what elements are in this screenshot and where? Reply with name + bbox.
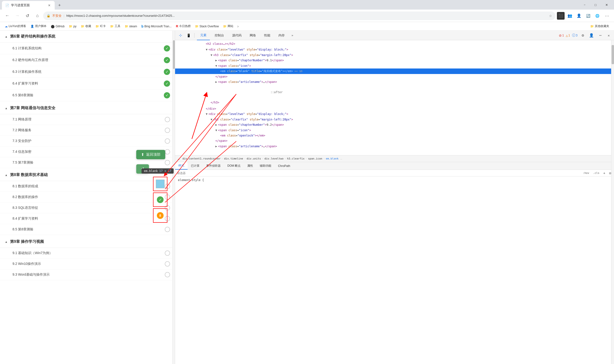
styles-filter-input[interactable]: [177, 171, 580, 175]
lesson-9-3[interactable]: 9.3 Word基础与操作演示: [0, 269, 175, 280]
html-tree[interactable]: <h2 class=…></h2> ▼ <div class="leveltwo…: [175, 40, 614, 155]
lesson-6-1[interactable]: 6.1 计算机系统结构 ✓: [0, 43, 175, 54]
styles-tab-props[interactable]: 属性: [244, 162, 256, 169]
device-toolbar-button[interactable]: 📱: [185, 32, 192, 39]
devtools-scrollbar[interactable]: [611, 40, 614, 364]
error-badge[interactable]: ⊘ 1: [559, 34, 564, 37]
scrollbar-thumb[interactable]: [173, 40, 175, 69]
lesson-6-2[interactable]: 6.2 硬件结构与工作原理 ✓: [0, 54, 175, 66]
extension-icon-1[interactable]: ⬛: [557, 12, 565, 20]
lesson-7-2[interactable]: 7.2 网络服务: [0, 125, 175, 136]
forward-button[interactable]: →: [13, 12, 22, 20]
lesson-6-5[interactable]: 6.5 第6章测验 ✓: [0, 90, 175, 101]
html-line-11[interactable]: </h3>: [175, 100, 614, 105]
minimize-button[interactable]: －: [579, 1, 590, 9]
back-button[interactable]: ←: [3, 12, 12, 20]
bookmark-collect[interactable]: 📁 收藏: [79, 23, 93, 29]
tab-close-icon[interactable]: ✕: [47, 3, 51, 7]
breadcrumb-item-5[interactable]: h3.clearfix: [286, 157, 306, 161]
lesson-6-4[interactable]: 6.4 扩展学习资料 ✓: [0, 78, 175, 90]
left-panel-scrollbar[interactable]: [172, 31, 175, 364]
devtools-scrollbar-thumb[interactable]: [612, 45, 614, 64]
html-line-3[interactable]: ▼ <div class="leveltwo" style="display: …: [175, 47, 614, 52]
devtools-tab-performance[interactable]: 性能: [261, 31, 274, 40]
warning-badge[interactable]: △ 1: [566, 34, 570, 37]
devtools-tab-more[interactable]: »: [290, 31, 295, 40]
cls-button[interactable]: .cls: [592, 171, 600, 175]
settings-button[interactable]: ⚙: [579, 32, 586, 39]
devtools-tab-memory[interactable]: 内存: [275, 31, 288, 40]
url-display[interactable]: https://mooc1-2.chaoxing.com/mycourse/st…: [66, 14, 547, 17]
lesson-8-5[interactable]: 8.5 第8章测验: [0, 224, 175, 235]
html-line-7-selected[interactable]: <em class="blank" title="闯关模式发布"></em> =…: [175, 68, 614, 74]
bookmark-py[interactable]: 📁 py: [67, 24, 78, 29]
bookmark-userscript[interactable]: 👤 用户脚本: [28, 23, 48, 29]
devtools-tab-network[interactable]: 网络: [246, 31, 259, 40]
bookmark-star-icon[interactable]: ☆: [549, 14, 552, 18]
styles-tab-dom[interactable]: DOM 断点: [224, 162, 244, 169]
styles-tab-event[interactable]: 事件侦听器: [203, 162, 224, 169]
chapter-6-header[interactable]: ▲ 第6章 硬件结构和操作系统: [0, 31, 175, 43]
maximize-button[interactable]: □: [590, 1, 601, 9]
devtools-user-button[interactable]: 👤: [588, 32, 595, 39]
extension-icon-5[interactable]: 🌐: [593, 12, 601, 20]
active-tab[interactable]: 📄 学习进度页面 ✕: [2, 1, 55, 10]
lesson-8-1[interactable]: 8.1 数据库的组成: [0, 181, 175, 192]
html-line-19[interactable]: <em class="openlock"></em>: [175, 133, 614, 138]
inspect-element-button[interactable]: ⊹: [177, 32, 184, 39]
back-to-top-button[interactable]: ⬆ 返回顶部: [136, 150, 165, 159]
lesson-8-4[interactable]: 8.4 扩展学习资料: [0, 213, 175, 224]
bookmark-bing[interactable]: b Bing Microsoft Tran...: [139, 24, 173, 29]
devtools-tab-elements[interactable]: 元素: [197, 31, 210, 40]
close-window-button[interactable]: ✕: [601, 1, 612, 9]
breadcrumb-item-4[interactable]: div.leveltwo: [264, 157, 284, 161]
extension-icon-3[interactable]: 👤: [575, 12, 583, 20]
html-line-22[interactable]: ::after: [175, 149, 614, 155]
html-line-10[interactable]: ::after: [175, 85, 614, 100]
lesson-8-2[interactable]: 8.2 数据库的操作: [0, 192, 175, 203]
html-line-9[interactable]: ▶ <span class="articlename">…</span>: [175, 79, 614, 85]
address-bar[interactable]: 🔒 不安全 | https://mooc1-2.chaoxing.com/myc…: [43, 12, 556, 20]
breadcrumb-item-3[interactable]: div.units: [246, 157, 262, 161]
bookmark-hot[interactable]: R 今日热榜: [174, 23, 192, 29]
hov-button[interactable]: :hov: [582, 171, 590, 175]
devtools-tab-source[interactable]: 源代码: [229, 31, 245, 40]
styles-tab-chromepath[interactable]: ChroPath: [275, 162, 293, 169]
breadcrumb-item-2[interactable]: div.timeline: [223, 157, 244, 161]
html-line-17[interactable]: ▶ <span class="chapterNumber">9.2</span>: [175, 122, 614, 127]
more-button[interactable]: ⋯: [602, 12, 611, 20]
html-line-20[interactable]: </span>: [175, 138, 614, 143]
bookmark-web[interactable]: 📁 网站: [221, 23, 235, 29]
bookmark-stackoverflow[interactable]: 📁 Stack Overflow: [193, 24, 221, 29]
styles-tab-styles[interactable]: 样式: [175, 162, 188, 169]
extension-icon-4[interactable]: 🔄: [584, 12, 592, 20]
lesson-8-3[interactable]: 8.3 SQL语言特征: [0, 203, 175, 213]
html-line-21[interactable]: ▶ <span class="articlename">…</span>: [175, 144, 614, 149]
breadcrumb-item-7[interactable]: em.blank: [325, 157, 339, 161]
html-line-4[interactable]: ▼ <h3 class="clearfix" style="margin-lef…: [175, 52, 614, 58]
lesson-6-3[interactable]: 6.3 计算机操作系统 ✓: [0, 66, 175, 78]
html-line-6[interactable]: ▼ <span class="icon">: [175, 63, 614, 68]
bookmark-ic[interactable]: 📁 IC卡: [94, 23, 108, 29]
devtools-close-button[interactable]: ✕: [605, 32, 612, 39]
bookmark-tools[interactable]: 📁 工具: [108, 23, 122, 29]
bookmarks-more-button[interactable]: ›: [236, 23, 240, 29]
breadcrumb-ellipsis[interactable]: …: [177, 157, 181, 161]
html-line-8[interactable]: </span>: [175, 74, 614, 79]
html-line-1[interactable]: <h2 class=…></h2>: [175, 41, 614, 46]
devtools-tab-console[interactable]: 控制台: [211, 31, 227, 40]
lesson-9-2[interactable]: 9.2 Win10操作演示: [0, 259, 175, 269]
styles-tab-a11y[interactable]: 辅助功能: [256, 162, 275, 169]
extension-icon-2[interactable]: 👥: [566, 12, 574, 20]
bookmark-github[interactable]: ⬤ GitHub: [49, 24, 67, 29]
html-line-15[interactable]: ▼ <div class="leveltwo" style="display: …: [175, 111, 614, 117]
chapter-9-header[interactable]: ▲ 第9章 操作学习视频: [0, 236, 175, 248]
chapter-7-header[interactable]: ▲ 第7章 网络通信与信息安全: [0, 102, 175, 114]
html-line-16[interactable]: ▼ <h3 class="clearfix" style="margin-lef…: [175, 117, 614, 122]
breadcrumb-item-1[interactable]: div.content1.roundcorner: [181, 157, 222, 161]
styles-tab-computed[interactable]: 已计算: [188, 162, 203, 169]
breadcrumb-item-6[interactable]: span.icon: [307, 157, 323, 161]
bookmarks-other[interactable]: 📁 其他收藏夹: [588, 23, 611, 29]
bookmark-liuyun[interactable]: ☁ LiuYun的博客: [3, 23, 28, 29]
new-tab-button[interactable]: +: [56, 1, 63, 9]
